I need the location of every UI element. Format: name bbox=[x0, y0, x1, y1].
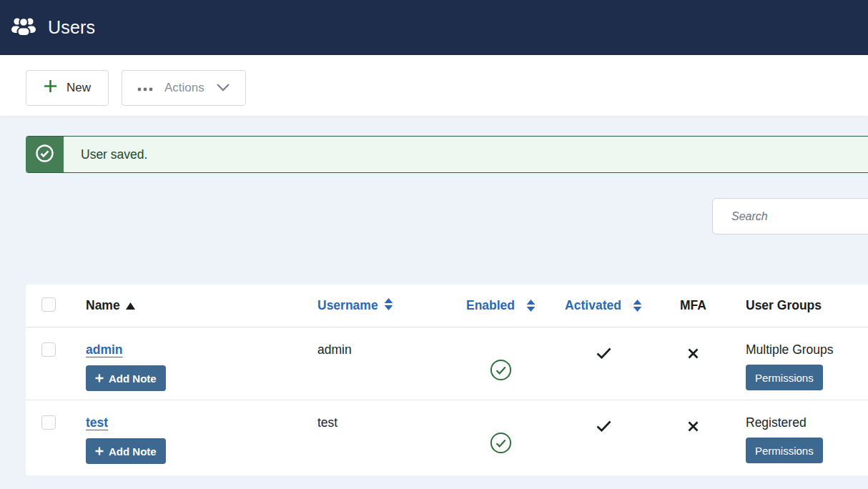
enabled-cell[interactable] bbox=[467, 342, 535, 400]
column-header-name[interactable]: Name bbox=[86, 298, 317, 313]
table-row: admin Add Note admin bbox=[26, 327, 868, 400]
x-icon bbox=[688, 348, 699, 362]
name-cell: admin Add Note bbox=[86, 342, 317, 400]
select-all-checkbox[interactable] bbox=[41, 297, 56, 312]
add-note-label: Add Note bbox=[109, 372, 157, 385]
table-header-row: Name Username Enabled Activated bbox=[26, 285, 868, 327]
new-button-label: New bbox=[66, 81, 91, 95]
user-name-link[interactable]: admin bbox=[86, 342, 123, 357]
user-groups-cell: Multiple Groups Permissions bbox=[746, 342, 868, 400]
sort-asc-icon bbox=[126, 298, 135, 313]
users-icon bbox=[10, 16, 37, 39]
column-header-mfa-label: MFA bbox=[680, 298, 706, 313]
row-checkbox[interactable] bbox=[41, 342, 56, 357]
activated-cell bbox=[565, 347, 642, 400]
column-header-activated-label: Activated bbox=[565, 298, 621, 313]
permissions-label: Permissions bbox=[755, 445, 814, 457]
permissions-label: Permissions bbox=[755, 372, 814, 384]
page-header: Users bbox=[0, 0, 868, 55]
column-header-name-label: Name bbox=[86, 298, 120, 313]
column-header-activated[interactable]: Activated bbox=[565, 298, 642, 313]
filter-bar bbox=[0, 173, 868, 234]
check-circle-icon bbox=[35, 144, 54, 166]
mfa-cell bbox=[678, 421, 709, 473]
sort-icon bbox=[384, 298, 393, 314]
sort-icon bbox=[633, 300, 642, 312]
x-icon bbox=[688, 421, 699, 435]
toolbar: New Actions bbox=[0, 55, 868, 116]
column-header-username-label: Username bbox=[317, 298, 378, 313]
enabled-cell[interactable] bbox=[467, 415, 535, 473]
column-header-enabled[interactable]: Enabled bbox=[467, 298, 535, 313]
user-name-link[interactable]: test bbox=[86, 415, 108, 430]
add-note-button[interactable]: Add Note bbox=[86, 365, 166, 391]
username-cell: admin bbox=[317, 342, 467, 400]
activated-cell bbox=[565, 420, 642, 473]
enabled-check-circle-icon bbox=[490, 432, 512, 457]
alert-message: User saved. bbox=[64, 147, 147, 162]
chevron-down-icon bbox=[216, 81, 230, 95]
new-button[interactable]: New bbox=[26, 70, 109, 106]
page-title: Users bbox=[48, 17, 95, 38]
plus-icon bbox=[44, 79, 57, 97]
sort-icon bbox=[526, 300, 536, 312]
check-icon bbox=[596, 347, 611, 362]
search-input[interactable] bbox=[712, 198, 868, 234]
permissions-button[interactable]: Permissions bbox=[746, 438, 823, 463]
ellipsis-icon bbox=[137, 81, 153, 95]
username-cell: test bbox=[317, 415, 467, 473]
alert-icon-box bbox=[26, 136, 64, 173]
user-groups-value: Multiple Groups bbox=[746, 342, 834, 357]
row-checkbox[interactable] bbox=[41, 415, 56, 430]
column-header-user-groups: User Groups bbox=[746, 298, 868, 313]
actions-button-label: Actions bbox=[164, 81, 204, 95]
mfa-cell bbox=[678, 348, 709, 400]
users-table: Name Username Enabled Activated bbox=[26, 285, 868, 475]
name-cell: test Add Note bbox=[86, 415, 317, 473]
add-note-label: Add Note bbox=[109, 445, 157, 458]
column-header-enabled-label: Enabled bbox=[466, 298, 515, 313]
column-header-user-groups-label: User Groups bbox=[746, 298, 822, 313]
plus-icon bbox=[95, 445, 104, 458]
check-icon bbox=[596, 420, 611, 435]
permissions-button[interactable]: Permissions bbox=[746, 365, 823, 390]
success-alert: User saved. bbox=[26, 136, 868, 173]
add-note-button[interactable]: Add Note bbox=[86, 438, 166, 464]
user-groups-cell: Registered Permissions bbox=[746, 415, 868, 473]
column-header-mfa: MFA bbox=[678, 298, 709, 313]
enabled-check-circle-icon bbox=[490, 359, 512, 384]
table-row: test Add Note test bbox=[26, 400, 868, 473]
column-header-username[interactable]: Username bbox=[317, 298, 467, 314]
user-groups-value: Registered bbox=[746, 415, 807, 430]
actions-dropdown-button[interactable]: Actions bbox=[122, 70, 246, 106]
plus-icon bbox=[95, 372, 104, 385]
